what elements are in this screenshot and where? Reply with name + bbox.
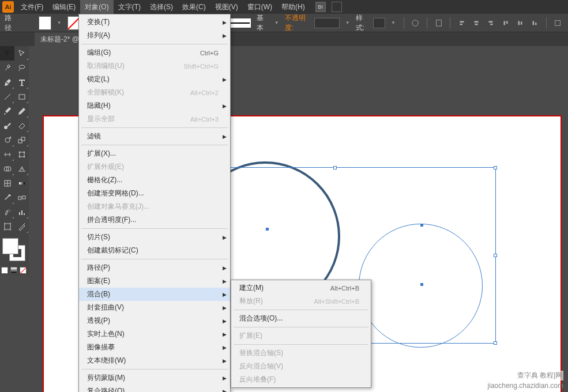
menu-item[interactable]: 创建裁切标记(C) [79,244,230,257]
chevron-down-icon[interactable]: ▼ [345,20,350,25]
mesh-tool[interactable] [0,176,14,190]
chevron-down-icon[interactable]: ▼ [274,20,279,25]
menu-item[interactable]: 混合(B)▶ [79,288,230,301]
menu-edit[interactable]: 编辑(E) [48,0,80,14]
menu-item-label: 扩展(X)... [87,149,219,159]
scale-tool[interactable] [14,133,29,147]
tools-panel [0,46,29,275]
magic-wand-tool[interactable] [0,61,14,75]
menu-item[interactable]: 排列(A)▶ [79,29,230,42]
menu-view[interactable]: 视图(V) [210,0,243,14]
align-vcenter-icon[interactable] [514,17,525,29]
direct-selection-tool[interactable] [14,46,29,61]
anchor-point[interactable] [420,224,423,227]
menu-item[interactable]: 切片(S)▶ [79,231,230,244]
menu-item[interactable]: 创建渐变网格(D)... [79,187,230,200]
menu-window[interactable]: 窗口(W) [243,0,277,14]
handle-top-mid[interactable] [333,166,337,169]
color-mode-none[interactable] [20,267,27,274]
menu-item[interactable]: 混合选项(O)... [231,312,371,325]
menu-item[interactable]: 封套扭曲(V)▶ [79,301,230,314]
eyedropper-tool[interactable] [0,190,14,205]
menu-separator [234,310,368,310]
shape-builder-tool[interactable] [0,161,14,176]
handle-mid-right[interactable] [494,254,497,257]
menu-item[interactable]: 锁定(L)▶ [79,73,230,86]
menu-item[interactable]: 编组(G)Ctrl+G [79,46,230,59]
opacity-label[interactable]: 不透明度: [285,13,311,33]
type-tool[interactable] [14,75,29,89]
menu-effect[interactable]: 效果(C) [178,0,210,14]
artboard-tool[interactable] [0,219,14,233]
style-input[interactable] [373,18,385,28]
menu-item[interactable]: 滤镜▶ [79,130,230,143]
align-right-icon[interactable] [486,17,496,29]
handle-top-right[interactable] [494,166,497,169]
anchor-point[interactable] [420,283,423,286]
bridge-icon[interactable]: Br [315,2,326,12]
svg-rect-22 [5,224,10,229]
transform-icon[interactable] [552,17,563,29]
anchor-point[interactable] [266,228,269,231]
color-mode-solid[interactable] [1,267,8,274]
chevron-right-icon: ▶ [223,358,227,364]
menu-select[interactable]: 选择(S) [145,0,178,14]
menu-help[interactable]: 帮助(H) [277,0,310,14]
menu-item[interactable]: 透视(P)▶ [79,314,230,327]
handle-bottom-right[interactable] [494,341,497,345]
doc-setup-icon[interactable] [433,17,444,29]
blob-brush-tool[interactable] [0,118,14,133]
stroke-swatch[interactable] [67,16,80,30]
chevron-down-icon[interactable]: ▼ [391,20,396,25]
menu-type[interactable]: 文字(T) [114,0,145,14]
align-hcenter-icon[interactable] [471,17,482,29]
selection-tool[interactable] [0,46,14,61]
arrange-docs-icon[interactable] [332,2,342,12]
align-bottom-icon[interactable] [529,17,540,29]
menu-item[interactable]: 实时上色(N)▶ [79,327,230,341]
fill-swatch[interactable] [39,16,51,30]
menu-item[interactable]: 路径(P)▶ [79,261,230,274]
symbol-sprayer-tool[interactable] [0,205,14,219]
menu-item[interactable]: 剪切蒙版(M)▶ [79,371,230,385]
color-mode-gradient[interactable] [10,267,17,274]
fill-color[interactable] [2,238,18,254]
fill-stroke-indicator[interactable] [0,236,28,263]
line-tool[interactable] [0,89,14,104]
align-top-icon[interactable] [500,17,511,29]
width-tool[interactable] [0,147,14,161]
menu-item-label: 透视(P) [87,316,219,326]
chevron-right-icon: ▶ [223,77,227,82]
menu-object[interactable]: 对象(O) [80,0,113,14]
rotate-tool[interactable] [0,133,14,147]
free-transform-tool[interactable] [14,147,29,161]
gradient-tool[interactable] [14,176,29,190]
document-tab[interactable]: 未标题-2* @ [35,32,85,47]
menu-item[interactable]: 图像描摹▶ [79,341,230,354]
pencil-tool[interactable] [14,104,29,118]
menu-item[interactable]: 扩展(X)... [79,147,230,160]
menu-item[interactable]: 拼合透明度(F)... [79,213,230,227]
paintbrush-tool[interactable] [0,104,14,118]
menu-item[interactable]: 变换(T)▶ [79,16,230,29]
column-graph-tool[interactable] [14,205,29,219]
opacity-input[interactable] [314,18,340,28]
perspective-grid-tool[interactable] [14,161,29,176]
eraser-tool[interactable] [14,118,29,133]
menu-item[interactable]: 建立(M)Alt+Ctrl+B [231,281,371,295]
menu-item[interactable]: 图案(E)▶ [79,274,230,288]
menu-file[interactable]: 文件(F) [16,0,48,14]
menu-item[interactable]: 复合路径(O)▶ [79,385,230,392]
slice-tool[interactable] [14,219,29,233]
menu-item[interactable]: 隐藏(H)▶ [79,99,230,112]
recolor-icon[interactable] [410,17,421,29]
menu-item[interactable]: 文本绕排(W)▶ [79,354,230,367]
blend-tool[interactable] [14,190,29,205]
pen-tool[interactable] [0,75,14,89]
chevron-down-icon[interactable]: ▼ [57,20,62,25]
rectangle-tool[interactable] [14,89,29,104]
style-label: 样式: [356,13,370,33]
menu-item[interactable]: 栅格化(Z)... [79,174,230,187]
align-left-icon[interactable] [456,17,467,29]
lasso-tool[interactable] [14,61,29,75]
